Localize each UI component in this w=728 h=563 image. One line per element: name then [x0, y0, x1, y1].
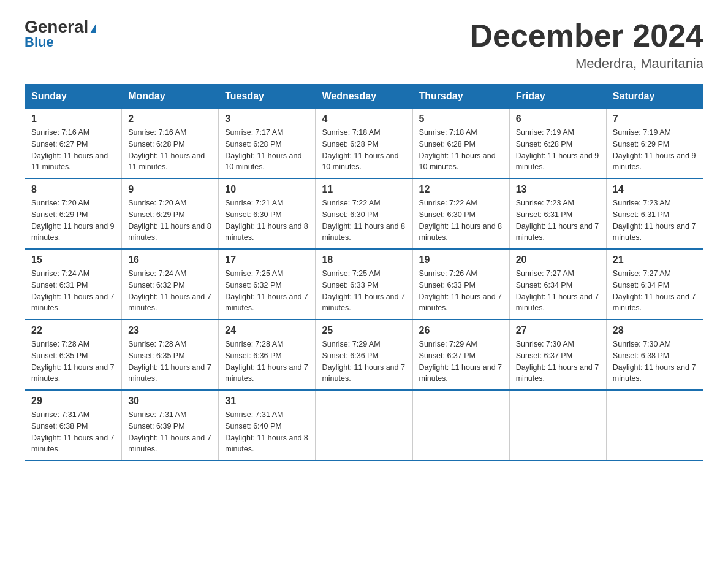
- day-number: 12: [419, 184, 503, 195]
- calendar-cell: 23Sunrise: 7:28 AMSunset: 6:35 PMDayligh…: [122, 320, 219, 390]
- day-info: Sunrise: 7:19 AMSunset: 6:29 PMDaylight:…: [613, 127, 697, 173]
- day-number: 19: [419, 255, 503, 266]
- calendar-cell: 29Sunrise: 7:31 AMSunset: 6:38 PMDayligh…: [25, 390, 122, 461]
- calendar-cell: 9Sunrise: 7:20 AMSunset: 6:29 PMDaylight…: [122, 178, 219, 249]
- logo-text-line1: General: [25, 18, 96, 36]
- day-number: 4: [322, 113, 406, 124]
- calendar-cell: 1Sunrise: 7:16 AMSunset: 6:27 PMDaylight…: [25, 109, 122, 179]
- day-info: Sunrise: 7:23 AMSunset: 6:31 PMDaylight:…: [613, 197, 697, 243]
- day-info: Sunrise: 7:31 AMSunset: 6:39 PMDaylight:…: [128, 409, 212, 455]
- calendar-cell: 19Sunrise: 7:26 AMSunset: 6:33 PMDayligh…: [412, 249, 509, 320]
- day-info: Sunrise: 7:20 AMSunset: 6:29 PMDaylight:…: [31, 197, 115, 243]
- calendar-week-row: 8Sunrise: 7:20 AMSunset: 6:29 PMDaylight…: [25, 178, 703, 249]
- header-day-friday: Friday: [509, 85, 606, 109]
- calendar-cell: 15Sunrise: 7:24 AMSunset: 6:31 PMDayligh…: [25, 249, 122, 320]
- calendar-week-row: 22Sunrise: 7:28 AMSunset: 6:35 PMDayligh…: [25, 320, 703, 390]
- day-number: 24: [225, 325, 309, 336]
- calendar-header-row: SundayMondayTuesdayWednesdayThursdayFrid…: [25, 85, 703, 109]
- day-info: Sunrise: 7:19 AMSunset: 6:28 PMDaylight:…: [516, 127, 600, 173]
- calendar-cell: 6Sunrise: 7:19 AMSunset: 6:28 PMDaylight…: [509, 109, 606, 179]
- day-number: 15: [31, 255, 115, 266]
- day-number: 26: [419, 325, 503, 336]
- location-subtitle: Mederdra, Mauritania: [469, 56, 703, 72]
- calendar-cell: 3Sunrise: 7:17 AMSunset: 6:28 PMDaylight…: [219, 109, 316, 179]
- header-day-thursday: Thursday: [412, 85, 509, 109]
- day-number: 22: [31, 325, 115, 336]
- calendar-cell: 22Sunrise: 7:28 AMSunset: 6:35 PMDayligh…: [25, 320, 122, 390]
- header-day-wednesday: Wednesday: [316, 85, 412, 109]
- day-number: 10: [225, 184, 309, 195]
- day-number: 5: [419, 113, 503, 124]
- calendar-week-row: 29Sunrise: 7:31 AMSunset: 6:38 PMDayligh…: [25, 390, 703, 461]
- day-number: 23: [128, 325, 212, 336]
- day-info: Sunrise: 7:17 AMSunset: 6:28 PMDaylight:…: [225, 127, 309, 173]
- day-info: Sunrise: 7:22 AMSunset: 6:30 PMDaylight:…: [322, 197, 406, 243]
- calendar-cell: 2Sunrise: 7:16 AMSunset: 6:28 PMDaylight…: [122, 109, 219, 179]
- header-day-monday: Monday: [122, 85, 219, 109]
- calendar-cell: 13Sunrise: 7:23 AMSunset: 6:31 PMDayligh…: [509, 178, 606, 249]
- day-number: 20: [516, 255, 600, 266]
- calendar-cell: 28Sunrise: 7:30 AMSunset: 6:38 PMDayligh…: [606, 320, 703, 390]
- calendar-cell: 16Sunrise: 7:24 AMSunset: 6:32 PMDayligh…: [122, 249, 219, 320]
- calendar-cell: 31Sunrise: 7:31 AMSunset: 6:40 PMDayligh…: [219, 390, 316, 461]
- day-number: 25: [322, 325, 406, 336]
- day-info: Sunrise: 7:27 AMSunset: 6:34 PMDaylight:…: [516, 268, 600, 314]
- calendar-cell: 12Sunrise: 7:22 AMSunset: 6:30 PMDayligh…: [412, 178, 509, 249]
- logo: General Blue: [25, 18, 96, 50]
- day-info: Sunrise: 7:26 AMSunset: 6:33 PMDaylight:…: [419, 268, 503, 314]
- day-number: 1: [31, 113, 115, 124]
- calendar-week-row: 1Sunrise: 7:16 AMSunset: 6:27 PMDaylight…: [25, 109, 703, 179]
- day-info: Sunrise: 7:23 AMSunset: 6:31 PMDaylight:…: [516, 197, 600, 243]
- calendar-cell: 25Sunrise: 7:29 AMSunset: 6:36 PMDayligh…: [316, 320, 412, 390]
- day-number: 27: [516, 325, 600, 336]
- calendar-cell: 14Sunrise: 7:23 AMSunset: 6:31 PMDayligh…: [606, 178, 703, 249]
- header-day-sunday: Sunday: [25, 85, 122, 109]
- day-number: 2: [128, 113, 212, 124]
- day-info: Sunrise: 7:25 AMSunset: 6:32 PMDaylight:…: [225, 268, 309, 314]
- day-number: 17: [225, 255, 309, 266]
- day-number: 13: [516, 184, 600, 195]
- day-number: 18: [322, 255, 406, 266]
- title-block: December 2024 Mederdra, Mauritania: [469, 18, 703, 72]
- day-info: Sunrise: 7:16 AMSunset: 6:28 PMDaylight:…: [128, 127, 212, 173]
- day-info: Sunrise: 7:18 AMSunset: 6:28 PMDaylight:…: [322, 127, 406, 173]
- header-day-tuesday: Tuesday: [219, 85, 316, 109]
- calendar-cell: [509, 390, 606, 461]
- day-info: Sunrise: 7:28 AMSunset: 6:35 PMDaylight:…: [31, 339, 115, 385]
- day-number: 21: [613, 255, 697, 266]
- calendar-cell: 4Sunrise: 7:18 AMSunset: 6:28 PMDaylight…: [316, 109, 412, 179]
- day-info: Sunrise: 7:29 AMSunset: 6:36 PMDaylight:…: [322, 339, 406, 385]
- day-number: 16: [128, 255, 212, 266]
- calendar-cell: 18Sunrise: 7:25 AMSunset: 6:33 PMDayligh…: [316, 249, 412, 320]
- day-info: Sunrise: 7:21 AMSunset: 6:30 PMDaylight:…: [225, 197, 309, 243]
- calendar-cell: 26Sunrise: 7:29 AMSunset: 6:37 PMDayligh…: [412, 320, 509, 390]
- day-number: 6: [516, 113, 600, 124]
- day-number: 8: [31, 184, 115, 195]
- calendar-cell: 5Sunrise: 7:18 AMSunset: 6:28 PMDaylight…: [412, 109, 509, 179]
- day-info: Sunrise: 7:16 AMSunset: 6:27 PMDaylight:…: [31, 127, 115, 173]
- day-info: Sunrise: 7:28 AMSunset: 6:35 PMDaylight:…: [128, 339, 212, 385]
- calendar-cell: 24Sunrise: 7:28 AMSunset: 6:36 PMDayligh…: [219, 320, 316, 390]
- calendar-cell: 30Sunrise: 7:31 AMSunset: 6:39 PMDayligh…: [122, 390, 219, 461]
- day-info: Sunrise: 7:31 AMSunset: 6:40 PMDaylight:…: [225, 409, 309, 455]
- day-info: Sunrise: 7:25 AMSunset: 6:33 PMDaylight:…: [322, 268, 406, 314]
- header-day-saturday: Saturday: [606, 85, 703, 109]
- day-info: Sunrise: 7:31 AMSunset: 6:38 PMDaylight:…: [31, 409, 115, 455]
- day-number: 29: [31, 396, 115, 407]
- day-info: Sunrise: 7:18 AMSunset: 6:28 PMDaylight:…: [419, 127, 503, 173]
- calendar-cell: [412, 390, 509, 461]
- day-number: 14: [613, 184, 697, 195]
- day-number: 11: [322, 184, 406, 195]
- day-info: Sunrise: 7:28 AMSunset: 6:36 PMDaylight:…: [225, 339, 309, 385]
- day-info: Sunrise: 7:27 AMSunset: 6:34 PMDaylight:…: [613, 268, 697, 314]
- day-info: Sunrise: 7:20 AMSunset: 6:29 PMDaylight:…: [128, 197, 212, 243]
- day-info: Sunrise: 7:29 AMSunset: 6:37 PMDaylight:…: [419, 339, 503, 385]
- day-number: 28: [613, 325, 697, 336]
- day-number: 3: [225, 113, 309, 124]
- day-number: 31: [225, 396, 309, 407]
- calendar-cell: 21Sunrise: 7:27 AMSunset: 6:34 PMDayligh…: [606, 249, 703, 320]
- calendar-cell: 7Sunrise: 7:19 AMSunset: 6:29 PMDaylight…: [606, 109, 703, 179]
- day-number: 30: [128, 396, 212, 407]
- calendar-cell: [606, 390, 703, 461]
- day-info: Sunrise: 7:24 AMSunset: 6:31 PMDaylight:…: [31, 268, 115, 314]
